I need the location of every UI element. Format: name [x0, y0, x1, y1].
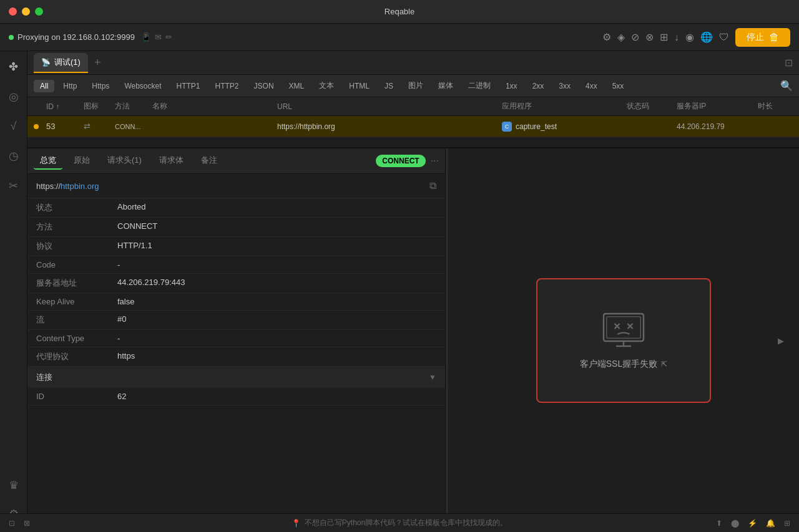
detail-tab-raw[interactable]: 原始 [67, 152, 96, 170]
detail-url-text: https://httpbin.org [36, 181, 99, 191]
field-method-value: CONNECT [117, 221, 157, 233]
filter-http[interactable]: Http [57, 80, 83, 92]
maximize-button[interactable] [35, 7, 43, 16]
row-url: https://httpbin.org [277, 122, 502, 131]
status-grid-icon[interactable]: ⊞ [784, 519, 790, 528]
sidebar-icon-capture[interactable]: ◎ [6, 87, 21, 106]
svg-rect-0 [604, 314, 644, 341]
filter-http2[interactable]: HTTP2 [209, 80, 245, 92]
filter-4xx[interactable]: 4xx [579, 80, 604, 92]
globe-icon[interactable]: 🌐 [700, 31, 713, 43]
section-connection-label: 连接 [36, 372, 52, 383]
download-icon[interactable]: ↓ [674, 32, 679, 43]
status-icon-expand[interactable]: ⊡ [9, 519, 15, 528]
more-options-button[interactable]: ··· [431, 155, 439, 167]
filter-icon[interactable]: ⊘ [631, 31, 639, 43]
field-stream-value: #0 [117, 314, 126, 326]
copy-button[interactable]: ⧉ [429, 180, 436, 191]
stop-label: 停止 [747, 32, 764, 43]
col-icon: 图标 [84, 101, 115, 112]
script-icon[interactable]: ⊞ [660, 31, 668, 43]
main-layout: ✤ ◎ √ ◷ ✂ ♛ ⚙ 📡 调试(1) + ⊡ All Http Https… [0, 51, 799, 532]
external-link-icon[interactable]: ⇱ [661, 360, 667, 369]
filter-media[interactable]: 媒体 [432, 79, 459, 93]
tab-add-button[interactable]: + [89, 54, 106, 72]
col-ip: 服务器IP [677, 101, 758, 112]
filter-binary[interactable]: 二进制 [462, 79, 497, 93]
capture-icon[interactable]: ◈ [617, 31, 625, 43]
detail-url-bar: https://httpbin.org ⧉ [27, 174, 445, 198]
col-id[interactable]: ID ↑ [46, 102, 84, 111]
titlebar: Reqable [0, 0, 799, 24]
filter-bar: All Http Https Websocket HTTP1 HTTP2 JSO… [27, 75, 799, 97]
filter-image[interactable]: 图片 [402, 79, 429, 93]
filter-xml[interactable]: XML [283, 80, 311, 92]
field-server-addr-value: 44.206.219.79:443 [117, 278, 185, 289]
table-header: ID ↑ 图标 方法 名称 URL 应用程序 状态码 服务器IP 时长 [27, 97, 799, 116]
table-body: 53 ⇄ CONN... https://httpbin.org C captu… [27, 116, 799, 147]
field-server-addr-label: 服务器地址 [36, 278, 117, 289]
ssl-error-box: 客户端SSL握手失败 ⇱ [536, 278, 711, 403]
shield-icon[interactable]: 🛡 [719, 32, 729, 43]
minimize-button[interactable] [22, 7, 30, 16]
ssl-error-illustration [599, 311, 649, 349]
status-upload-icon[interactable]: ⬆ [716, 519, 722, 528]
detail-tab-headers[interactable]: 请求头(1) [101, 152, 148, 170]
filter-html[interactable]: HTML [343, 80, 376, 92]
edit-icon[interactable]: ✏ [165, 32, 172, 42]
ssl-error-text: 客户端SSL握手失败 ⇱ [580, 359, 667, 370]
proxy-status: Proxying on 192.168.0.102:9999 📱 ✉ ✏ [9, 32, 596, 42]
filter-http1[interactable]: HTTP1 [170, 80, 207, 92]
app-title: Reqable [385, 7, 414, 16]
detail-fields: 状态 Aborted 方法 CONNECT 协议 HTTP/1.1 Code [27, 198, 445, 532]
main-toolbar: Proxying on 192.168.0.102:9999 📱 ✉ ✏ ⚙ ◈… [0, 24, 799, 51]
filter-all[interactable]: All [34, 80, 54, 92]
collapse-icon[interactable]: ⊡ [785, 57, 793, 69]
field-code-value: - [117, 260, 120, 269]
ssl-icon[interactable]: ◉ [685, 31, 694, 43]
detail-tab-notes[interactable]: 备注 [195, 152, 223, 170]
field-content-type-value: - [117, 334, 120, 343]
sidebar-icon-tools[interactable]: ✂ [6, 177, 21, 195]
row-id: 53 [46, 122, 84, 131]
status-hint-icon: 📍 [292, 519, 301, 528]
section-connection[interactable]: 连接 ▼ [27, 367, 445, 388]
field-protocol-value: HTTP/1.1 [117, 241, 152, 252]
filter-text[interactable]: 文本 [313, 79, 340, 93]
status-icon-fullscreen[interactable]: ⊠ [24, 519, 30, 528]
settings-icon[interactable]: ⚙ [602, 31, 611, 43]
url-domain: httpbin.org [61, 181, 99, 191]
sidebar-icon-cursor[interactable]: ✤ [6, 57, 21, 76]
sidebar: ✤ ◎ √ ◷ ✂ ♛ ⚙ [0, 51, 27, 532]
tab-debug[interactable]: 📡 调试(1) [34, 53, 88, 73]
table-row[interactable]: 53 ⇄ CONN... https://httpbin.org C captu… [27, 116, 799, 137]
filter-json[interactable]: JSON [248, 80, 280, 92]
tag-icon[interactable]: ⊗ [645, 31, 654, 43]
status-share-icon[interactable]: ⬤ [731, 519, 739, 528]
expand-panel-button[interactable]: ▶ [775, 329, 787, 351]
chevron-down-icon: ▼ [429, 373, 436, 382]
detail-tab-overview[interactable]: 总览 [34, 152, 62, 170]
sidebar-icon-history[interactable]: ◷ [6, 147, 21, 165]
col-status: 状态码 [627, 101, 677, 112]
filter-1xx[interactable]: 1xx [499, 80, 524, 92]
status-bell-icon[interactable]: 🔔 [766, 519, 775, 528]
status-bolt-icon[interactable]: ⚡ [748, 519, 757, 528]
detail-tabs: 总览 原始 请求头(1) 请求体 备注 CONNECT ··· [27, 148, 445, 174]
sidebar-icon-math[interactable]: √ [8, 117, 19, 135]
filter-https[interactable]: Https [86, 80, 115, 92]
detail-panel: 总览 原始 请求头(1) 请求体 备注 CONNECT ··· https://… [27, 148, 446, 532]
status-hint-text: 不想自己写Python脚本代码？试试在模板仓库中找找现成的。 [305, 518, 507, 528]
filter-websocket[interactable]: Websocket [118, 80, 167, 92]
filter-3xx[interactable]: 3xx [552, 80, 577, 92]
search-icon[interactable]: 🔍 [780, 80, 793, 92]
filter-5xx[interactable]: 5xx [606, 80, 630, 92]
stop-button[interactable]: 停止 🗑 [735, 28, 790, 47]
filter-2xx[interactable]: 2xx [526, 80, 551, 92]
detail-tab-body[interactable]: 请求体 [153, 152, 190, 170]
bottom-panel: 总览 原始 请求头(1) 请求体 备注 CONNECT ··· https://… [27, 147, 799, 532]
sidebar-icon-crown[interactable]: ♛ [6, 476, 21, 495]
close-button[interactable] [9, 7, 17, 16]
filter-js[interactable]: JS [378, 80, 400, 92]
field-server-addr: 服务器地址 44.206.219.79:443 [27, 274, 445, 293]
